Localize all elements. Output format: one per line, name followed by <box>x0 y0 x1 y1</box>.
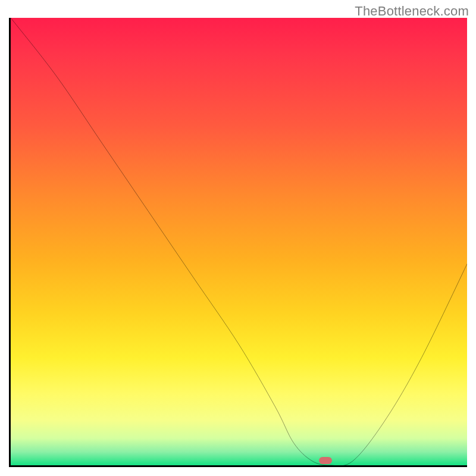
attribution-text: TheBottleneck.com <box>355 4 469 19</box>
plot-area <box>9 18 467 467</box>
optimal-point-marker <box>319 457 332 464</box>
bottleneck-curve <box>11 18 467 465</box>
chart-container: TheBottleneck.com <box>0 0 476 476</box>
